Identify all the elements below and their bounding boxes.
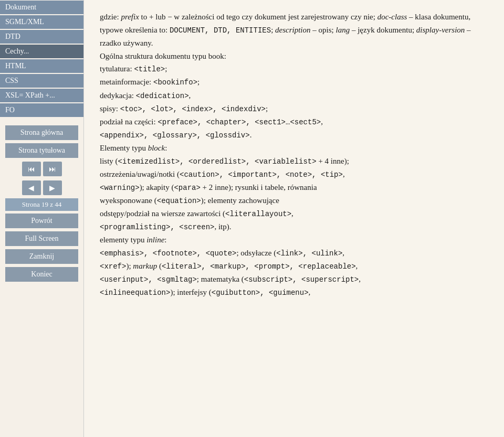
nav-buttons-row1: ⏮ ⏭	[0, 159, 83, 178]
main-content: gdzie: prefix to + lub − w zależności od…	[84, 0, 504, 437]
button-powrot[interactable]: Powrót	[5, 214, 78, 228]
button-zamknij[interactable]: Zamknij	[5, 249, 78, 264]
page-indicator: Strona 19 z 44	[5, 198, 78, 211]
content-paragraph: gdzie: prefix to + lub − w zależności od…	[100, 10, 488, 299]
rewind-button[interactable]: ⏮	[22, 162, 41, 176]
button-strona-glowna[interactable]: Strona główna	[5, 125, 78, 140]
button-koniec[interactable]: Koniec	[5, 267, 78, 282]
next-button[interactable]: ▶	[43, 180, 62, 195]
sidebar-item-html[interactable]: HTML	[0, 59, 83, 73]
sidebar-item-sgmlxml[interactable]: SGML/XML	[0, 15, 83, 29]
sidebar-item-xsl[interactable]: XSL= XPath +...	[0, 89, 83, 102]
sidebar-item-fo[interactable]: FO	[0, 103, 83, 117]
button-full-screen[interactable]: Full Screen	[5, 231, 78, 246]
nav-buttons-row2: ◀ ▶	[0, 178, 83, 197]
sidebar-item-cechy[interactable]: Cechy...	[0, 45, 83, 58]
button-strona-tytulowa[interactable]: Strona tytułowa	[5, 143, 78, 158]
sidebar: Dokument SGML/XML DTD Cechy... HTML CSS …	[0, 0, 84, 437]
sidebar-item-dtd[interactable]: DTD	[0, 30, 83, 44]
prev-button[interactable]: ◀	[22, 180, 41, 195]
sidebar-item-css[interactable]: CSS	[0, 74, 83, 88]
sidebar-item-dokument[interactable]: Dokument	[0, 1, 83, 14]
fast-forward-button[interactable]: ⏭	[43, 162, 62, 176]
